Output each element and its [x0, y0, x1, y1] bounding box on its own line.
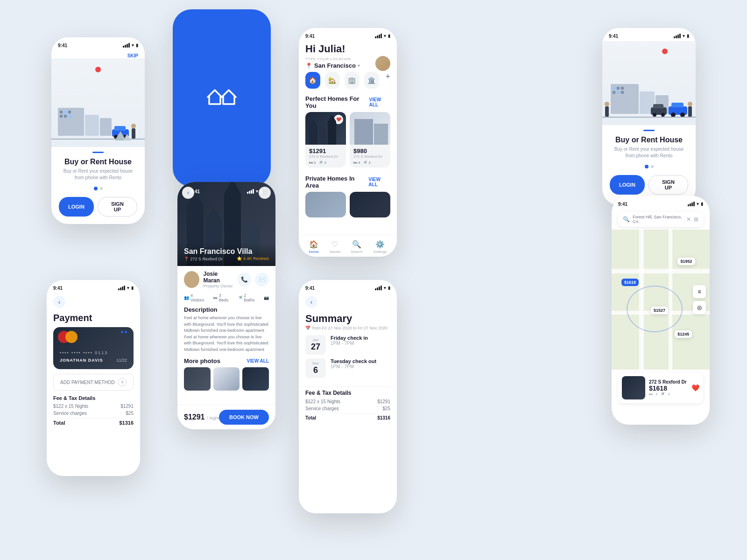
home-card-1[interactable]: ❤️ $1291 272 S Rexford Dr — [305, 112, 346, 168]
map-property-card[interactable]: 272 S Rexford Dr $1618 🛏 3 🚿 3 ❤️ — [618, 372, 703, 403]
landmark-category-icon[interactable]: 🏛️ — [364, 72, 379, 89]
map-search-close-icon[interactable]: ✕ — [686, 216, 691, 223]
payment-back-section: ‹ — [47, 293, 140, 311]
map-search-bar[interactable]: 🔍 Forest Hill, San Francisco, CA ✕ ⊞ — [618, 212, 703, 227]
checkin-label: Friday check in — [331, 335, 368, 341]
summary-total-label: Total — [305, 415, 316, 420]
home-category-icon[interactable]: 🏠 — [305, 72, 320, 89]
location-text: San Francisco — [314, 62, 356, 69]
status-icons: ▾ ▮ — [123, 43, 138, 48]
property-address: 📍 272 S Rexford Dr — [184, 257, 223, 261]
map-area[interactable]: $1618 $1952 $1527 $1245 ≡ ◎ — [612, 230, 710, 370]
phone-property-detail: 9:41 ▾ ▮ ‹ ♡ San Franci — [177, 182, 275, 429]
house-category-icon[interactable]: 🏡 — [325, 72, 340, 89]
private-home-card-1[interactable] — [305, 192, 346, 217]
checkin-date-box: Jan 27 — [305, 335, 326, 355]
mastercard-circle-orange — [65, 331, 78, 343]
fee-row-1-value: $1291 — [120, 404, 134, 409]
status-bar-4: 9:41 ▾ ▮ — [177, 182, 275, 195]
time-7: 9:41 — [305, 286, 315, 291]
dot-inactive-right — [651, 165, 654, 168]
summary-back-section: ‹ — [299, 293, 397, 311]
checkin-day: 27 — [310, 342, 321, 352]
price-unit: / Night — [207, 416, 219, 420]
nav-saved[interactable]: ♡ Saved — [330, 240, 340, 254]
owner-info: Josie Maran Property Owner — [203, 271, 233, 288]
home-card-2[interactable]: ♡ $980 272 S Rexford Dr 🛏 4 🚿 2 — [350, 112, 390, 168]
private-homes-header: Private Homes In Area VIEW ALL — [299, 171, 397, 192]
summary-back-button[interactable]: ‹ — [305, 296, 317, 308]
credit-card: •••• •••• •••• 0113 JONATHAN DAVIS 11/22 — [53, 327, 134, 369]
photos-grid — [184, 367, 269, 391]
map-card-favorite-icon[interactable]: ❤️ — [691, 384, 699, 392]
logo-icon — [203, 83, 240, 111]
map-card-bath-icon: 🚿 — [660, 392, 665, 396]
call-button[interactable]: 📞 — [237, 273, 251, 287]
photos-view-all[interactable]: VIEW ALL — [247, 358, 269, 364]
home-card-info-2: $980 272 S Rexford Dr 🛏 4 🚿 2 — [350, 145, 390, 168]
map-location-button[interactable]: ◎ — [693, 301, 706, 314]
auth-buttons: LOGIN SIGN UP — [59, 197, 137, 217]
summary-dates: 📅 from Fri 27 Nov 2020 to Fri 27 Nov 202… — [305, 326, 390, 330]
description-section: Description Feel at home wherever you ch… — [177, 306, 275, 353]
private-home-card-2[interactable] — [350, 192, 390, 217]
user-avatar[interactable] — [375, 56, 390, 71]
nav-home-label: Home — [309, 250, 318, 254]
photo-thumb-3 — [242, 367, 269, 391]
pagination-dots — [59, 187, 137, 190]
map-card-beds: 3 — [655, 392, 657, 396]
message-button[interactable]: ✉️ — [255, 273, 269, 287]
map-controls: ≡ ◎ — [693, 285, 706, 314]
signup-button-right[interactable]: SIGN UP — [648, 175, 688, 195]
add-payment-button[interactable]: ADD PAYMENT METHOD + — [53, 374, 134, 391]
price-bubble-2[interactable]: $1952 — [677, 258, 695, 265]
home-addr-2: 272 S Rexford Dr — [353, 154, 387, 159]
owner-role: Property Owner — [203, 284, 233, 288]
payment-header: Payment — [47, 311, 140, 327]
onboard-subtitle: Buy or Rent your expected house from pho… — [59, 168, 137, 181]
battery-icon: ▮ — [136, 43, 138, 48]
photo-spec: 📷 — [264, 293, 269, 302]
status-bar-3: 9:41 ▾ ▮ — [299, 28, 397, 41]
login-button-right[interactable]: LOGIN — [610, 175, 645, 195]
signal-icon-8 — [688, 202, 695, 206]
nav-home[interactable]: 🏠 Home — [309, 240, 318, 254]
price-bubble-4[interactable]: $1245 — [675, 330, 692, 338]
signal-icon-6 — [118, 286, 125, 290]
home-price-2: $980 — [353, 147, 387, 154]
dot-active — [94, 187, 98, 190]
signup-button[interactable]: SIGN UP — [98, 197, 137, 217]
greeting-text: Hi Julia! — [305, 43, 390, 55]
summary-header: Summary 📅 from Fri 27 Nov 2020 to Fri 27… — [299, 311, 397, 332]
wifi-icon-5: ▾ — [683, 34, 685, 38]
property-price: $1291 — [184, 413, 205, 421]
owner-actions: 📞 ✉️ — [237, 273, 269, 287]
checkin-detail: Friday check in 1PM - 7PM — [331, 335, 368, 355]
time-5: 9:41 — [609, 34, 618, 39]
nav-settings[interactable]: ⚙️ Settings — [374, 240, 387, 254]
nav-search[interactable]: 🔍 Search — [351, 240, 362, 254]
map-filter-icon[interactable]: ⊞ — [694, 216, 698, 223]
building-category-icon[interactable]: 🏢 — [345, 72, 359, 89]
status-icons-8: ▾ ▮ — [688, 202, 703, 206]
wifi-icon-8: ▾ — [697, 202, 699, 206]
battery-icon-7: ▮ — [388, 286, 390, 290]
payment-back-button[interactable]: ‹ — [53, 296, 65, 308]
total-label: Total — [53, 420, 65, 426]
status-bar-5: 9:41 ▾ ▮ — [602, 28, 696, 41]
book-now-button[interactable]: BOOK NOW — [219, 410, 269, 425]
battery-icon-3: ▮ — [388, 34, 390, 38]
private-homes-view-all[interactable]: VIEW ALL — [368, 177, 390, 187]
pin-icon: 📍 — [184, 257, 189, 261]
price-bubble-3[interactable]: $1527 — [651, 307, 668, 314]
bath-icon-2: 🚿 — [363, 161, 367, 165]
perfect-homes-view-all[interactable]: VIEW ALL — [369, 97, 390, 107]
summary-fee-title: Fee & Tax Details — [305, 390, 390, 396]
map-filter-button[interactable]: ≡ — [693, 285, 706, 298]
price-bubble-1[interactable]: $1618 — [621, 279, 639, 286]
summary-fee-row-2: Service charges $25 — [305, 406, 390, 411]
skip-button[interactable]: SKIP — [51, 50, 145, 58]
checkout-month: Nov — [310, 361, 321, 365]
login-button[interactable]: LOGIN — [59, 197, 94, 217]
more-categories-icon[interactable]: + — [386, 72, 391, 89]
